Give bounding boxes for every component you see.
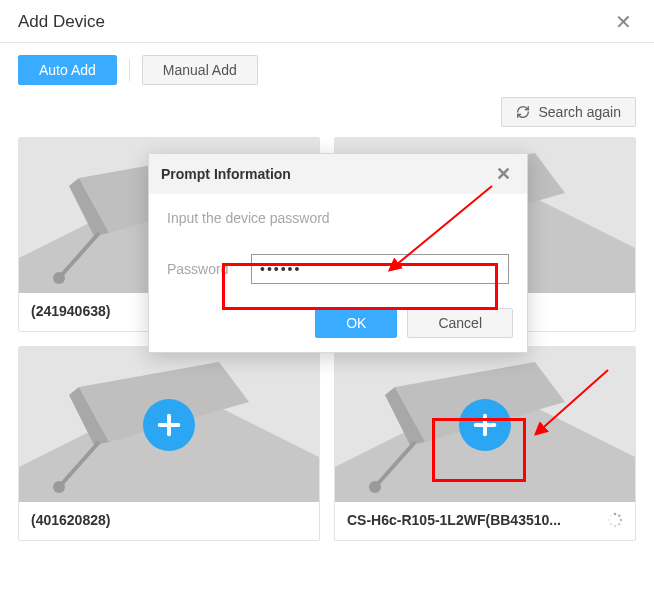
loading-spinner-icon [607, 512, 623, 528]
add-device-plus-icon[interactable] [459, 399, 511, 451]
search-row: Search again [0, 93, 654, 137]
modal-instruction: Input the device password [167, 210, 509, 226]
password-input[interactable] [251, 254, 509, 284]
modal-header: Prompt Information ✕ [149, 154, 527, 194]
device-name: (401620828) [19, 502, 319, 540]
svg-point-32 [614, 525, 617, 528]
svg-point-34 [608, 519, 611, 522]
manual-add-button[interactable]: Manual Add [142, 55, 258, 85]
device-card[interactable]: CS-H6c-R105-1L2WF(BB43510... [334, 346, 636, 541]
close-icon[interactable]: ✕ [611, 10, 636, 34]
add-device-plus-icon[interactable] [143, 399, 195, 451]
device-card[interactable]: (401620828) [18, 346, 320, 541]
prompt-modal: Prompt Information ✕ Input the device pa… [148, 153, 528, 353]
dialog-title: Add Device [18, 12, 105, 32]
cancel-button[interactable]: Cancel [407, 308, 513, 338]
modal-title: Prompt Information [161, 166, 291, 182]
modal-footer: OK Cancel [149, 300, 527, 352]
device-name: CS-H6c-R105-1L2WF(BB43510... [335, 502, 635, 540]
password-row: Password [167, 254, 509, 284]
svg-point-29 [618, 514, 621, 517]
search-again-label: Search again [538, 104, 621, 120]
svg-point-25 [369, 481, 381, 493]
svg-point-28 [614, 513, 617, 516]
svg-point-5 [53, 272, 65, 284]
toolbar-divider [129, 59, 130, 81]
ok-button[interactable]: OK [315, 308, 397, 338]
search-again-button[interactable]: Search again [501, 97, 636, 127]
password-label: Password [167, 261, 241, 277]
auto-add-button[interactable]: Auto Add [18, 55, 117, 85]
svg-point-31 [618, 523, 621, 526]
toolbar: Auto Add Manual Add [0, 43, 654, 93]
device-thumb [19, 347, 319, 502]
svg-point-17 [53, 481, 65, 493]
svg-point-33 [609, 523, 612, 526]
refresh-icon [516, 105, 530, 119]
device-thumb [335, 347, 635, 502]
dialog-header: Add Device ✕ [0, 0, 654, 43]
modal-close-icon[interactable]: ✕ [492, 163, 515, 185]
modal-body: Input the device password Password [149, 194, 527, 300]
svg-point-30 [620, 519, 623, 522]
svg-point-35 [609, 514, 612, 517]
